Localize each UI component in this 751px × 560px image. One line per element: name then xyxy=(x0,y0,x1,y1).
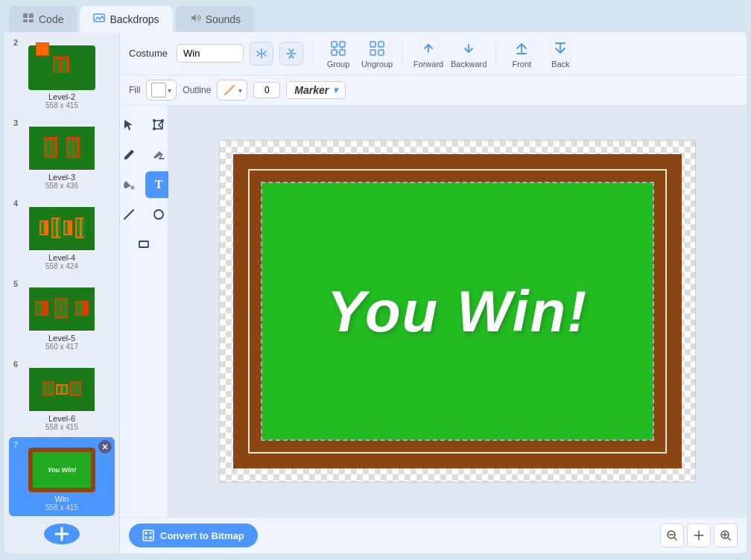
flip-horizontal-button[interactable] xyxy=(250,42,273,66)
svg-rect-45 xyxy=(332,42,337,47)
svg-line-71 xyxy=(674,538,676,540)
brush-tool-button[interactable] xyxy=(120,141,142,168)
svg-rect-26 xyxy=(82,219,85,237)
thumb-level5 xyxy=(28,287,95,331)
svg-rect-12 xyxy=(46,139,50,156)
outline-swatch xyxy=(222,83,237,98)
item-size-level4: 558 x 424 xyxy=(45,262,78,270)
text-tool-icon: T xyxy=(155,178,163,191)
canvas-wrapper[interactable]: You Win! xyxy=(168,106,747,517)
divider2 xyxy=(402,40,403,67)
thumb-level2 xyxy=(28,45,95,90)
svg-rect-10 xyxy=(44,137,57,158)
svg-point-62 xyxy=(154,210,163,219)
item-name-win: Win xyxy=(55,494,69,503)
flip-vertical-button[interactable] xyxy=(279,42,303,66)
item-num-4: 4 xyxy=(13,199,18,208)
item-size-level2: 558 x 415 xyxy=(45,101,78,109)
item-name-level2: Level-2 xyxy=(48,92,75,101)
tab-backdrops[interactable]: Backdrops xyxy=(80,6,172,32)
fill-row: Fill ▾ Outline ▾ Marker ▾ xyxy=(120,75,747,106)
divider3 xyxy=(495,40,496,67)
svg-rect-46 xyxy=(340,42,345,47)
group-button[interactable]: Group xyxy=(322,38,355,69)
item-name-level4: Level-4 xyxy=(48,253,75,262)
outline-size-input[interactable] xyxy=(253,82,280,98)
svg-rect-7 xyxy=(55,59,60,72)
backward-button[interactable]: Backward xyxy=(451,38,487,69)
front-button[interactable]: Front xyxy=(505,38,538,69)
thumb-level6 xyxy=(28,367,95,412)
convert-label: Convert to Bitmap xyxy=(160,530,244,541)
outline-chevron-icon: ▾ xyxy=(238,86,242,95)
svg-rect-13 xyxy=(51,139,55,156)
svg-point-56 xyxy=(161,119,164,122)
marker-select[interactable]: Marker ▾ xyxy=(286,81,346,99)
item-size-win: 558 x 415 xyxy=(45,503,78,512)
zoom-fit-button[interactable] xyxy=(687,524,711,547)
back-button[interactable]: Back xyxy=(544,38,577,69)
code-icon xyxy=(22,12,34,26)
zoom-in-button[interactable] xyxy=(714,524,738,547)
svg-rect-22 xyxy=(53,219,56,237)
svg-rect-67 xyxy=(145,536,148,539)
win-text: You Win! xyxy=(327,278,588,346)
svg-rect-51 xyxy=(370,50,376,55)
outline-label: Outline xyxy=(183,85,211,95)
rect-tool-button[interactable] xyxy=(130,231,157,258)
tools-row-2 xyxy=(120,141,172,168)
svg-rect-44 xyxy=(63,386,66,393)
forward-button[interactable]: Forward xyxy=(412,38,445,69)
group-label: Group xyxy=(327,60,350,69)
thumb-level4 xyxy=(28,206,95,251)
select-tool-button[interactable] xyxy=(120,112,142,139)
item-size-level5: 560 x 417 xyxy=(45,343,78,351)
svg-rect-31 xyxy=(37,302,41,314)
svg-line-55 xyxy=(225,86,234,95)
svg-rect-0 xyxy=(23,13,28,18)
canvas[interactable]: You Win! xyxy=(219,140,696,483)
delete-button[interactable] xyxy=(98,440,112,454)
sidebar-item-win[interactable]: 7 You Win! Win 558 x 415 xyxy=(9,437,115,516)
svg-rect-21 xyxy=(41,222,44,234)
forward-label: Forward xyxy=(413,60,443,69)
sidebar-item-level5[interactable]: 5 Level-5 560 x 417 xyxy=(9,276,115,355)
tools-panel: T xyxy=(120,106,168,517)
sidebar-item-level2[interactable]: 2 Level-2 558 x 415 xyxy=(9,35,115,114)
sidebar-item-level6[interactable]: 6 Level-6 558 x 415 xyxy=(9,357,115,436)
ungroup-button[interactable]: Ungroup xyxy=(361,38,393,69)
editor-area: Costume xyxy=(120,32,747,553)
costume-name-input[interactable] xyxy=(177,44,244,63)
svg-rect-9 xyxy=(29,127,95,170)
tab-backdrops-label: Backdrops xyxy=(110,13,159,25)
convert-to-bitmap-button[interactable]: Convert to Bitmap xyxy=(129,524,258,547)
sidebar-item-level3[interactable]: 3 Level-3 558 x 436 xyxy=(9,115,115,194)
thumb-level3 xyxy=(28,126,95,171)
item-name-level5: Level-5 xyxy=(48,334,75,343)
backdrops-icon xyxy=(93,12,105,26)
fill-label: Fill xyxy=(129,85,140,95)
svg-rect-48 xyxy=(340,50,345,55)
zoom-out-button[interactable] xyxy=(660,524,684,547)
svg-rect-11 xyxy=(66,137,80,158)
fill-tool-button[interactable] xyxy=(120,171,142,198)
fill-color-button[interactable]: ▾ xyxy=(146,80,177,101)
sounds-icon xyxy=(189,12,201,26)
svg-rect-65 xyxy=(145,532,148,535)
add-backdrop-button[interactable] xyxy=(44,524,80,544)
thumb-win: You Win! xyxy=(28,448,95,492)
zoom-controls xyxy=(660,524,738,547)
outline-color-button[interactable]: ▾ xyxy=(217,80,247,101)
ungroup-label: Ungroup xyxy=(361,60,393,69)
sidebar-item-level4[interactable]: 4 Level-4 558 x 424 xyxy=(9,196,115,275)
back-label: Back xyxy=(551,60,569,69)
costume-label: Costume xyxy=(129,48,168,59)
line-tool-button[interactable] xyxy=(120,201,142,228)
tab-bar: Code Backdrops Sounds xyxy=(0,0,751,32)
svg-rect-1 xyxy=(29,13,34,18)
tab-sounds[interactable]: Sounds xyxy=(176,6,254,32)
svg-rect-47 xyxy=(332,50,337,55)
divider1 xyxy=(312,40,313,67)
tab-code[interactable]: Code xyxy=(9,6,77,32)
svg-point-58 xyxy=(153,127,156,130)
